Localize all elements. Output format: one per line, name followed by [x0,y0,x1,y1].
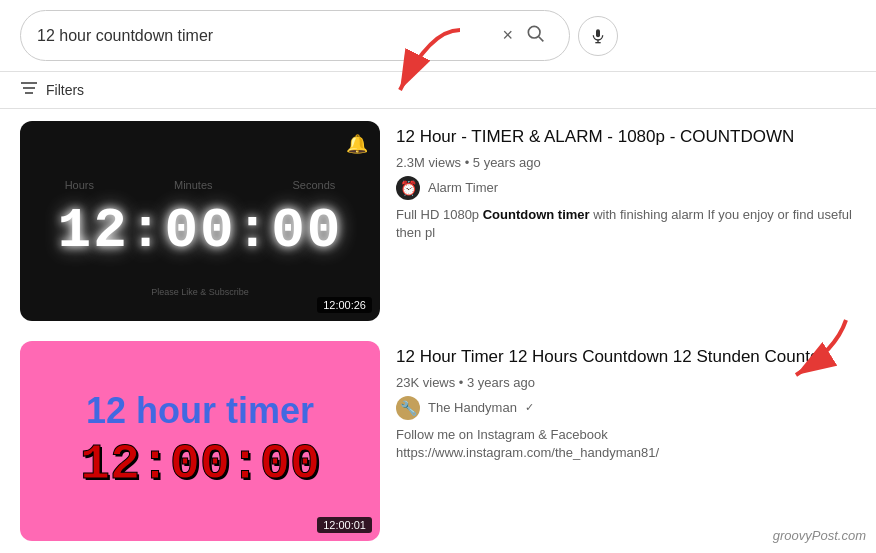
thumb-2-top-text: 12 hour timer [86,390,314,432]
desc-pre-1: Full HD 1080p [396,207,483,222]
thumb-seconds-label: Seconds [293,179,336,191]
search-input-wrapper: × [20,10,570,61]
channel-row-2: 🔧 The Handyman ✓ [396,396,856,420]
thumb-1-duration: 12:00:26 [317,297,372,313]
video-result-2: 12 hour timer 12:00:00 12:00:01 12 Hour … [20,341,856,541]
results-area: Hours Minutes Seconds 12:00:00 Please Li… [0,109,876,553]
search-input[interactable] [37,27,498,45]
channel-name-1[interactable]: Alarm Timer [428,180,498,195]
handyman-icon: 🔧 [400,400,417,416]
svg-rect-2 [596,29,600,37]
desc-bold-1: Countdown timer [483,207,590,222]
video-meta-1: 12 Hour - TIMER & ALARM - 1080p - COUNTD… [396,121,856,242]
video-title-2[interactable]: 12 Hour Timer 12 Hours Countdown 12 Stun… [396,345,856,369]
thumb-labels: Hours Minutes Seconds [65,179,336,191]
channel-row-1: ⏰ Alarm Timer [396,176,856,200]
video-description-1: Full HD 1080p Countdown timer with finis… [396,206,856,242]
clear-search-button[interactable]: × [498,25,517,46]
search-bar-area: × [0,0,876,72]
thumb-hours-label: Hours [65,179,94,191]
search-button[interactable] [517,19,553,52]
thumbnail-2[interactable]: 12 hour timer 12:00:00 12:00:01 [20,341,380,541]
video-meta-2: 12 Hour Timer 12 Hours Countdown 12 Stun… [396,341,856,462]
thumb-minutes-label: Minutes [174,179,213,191]
thumb-2-duration: 12:00:01 [317,517,372,533]
video-title-1[interactable]: 12 Hour - TIMER & ALARM - 1080p - COUNTD… [396,125,856,149]
video-stats-2: 23K views • 3 years ago [396,375,856,390]
thumb-1-time-display: 12:00:00 [58,199,343,263]
channel-avatar-2: 🔧 [396,396,420,420]
watermark: groovyPost.com [773,528,866,543]
thumbnail-1[interactable]: Hours Minutes Seconds 12:00:00 Please Li… [20,121,380,321]
svg-line-1 [539,37,544,42]
filter-icon [20,80,38,100]
filters-label[interactable]: Filters [46,82,84,98]
mic-button[interactable] [578,16,618,56]
video-stats-1: 2.3M views • 5 years ago [396,155,856,170]
svg-point-0 [528,26,540,38]
channel-name-2[interactable]: The Handyman [428,400,517,415]
bell-icon: 🔔 [346,133,368,155]
thumb-1-subscribe: Please Like & Subscribe [151,287,249,297]
thumb-2-time-display: 12:00:00 [80,436,320,493]
filters-row: Filters [0,72,876,109]
alarm-icon: ⏰ [400,180,417,196]
verified-checkmark-icon: ✓ [525,401,534,414]
video-result-1: Hours Minutes Seconds 12:00:00 Please Li… [20,121,856,321]
video-description-2: Follow me on Instagram & Facebook https:… [396,426,856,462]
channel-avatar-1: ⏰ [396,176,420,200]
